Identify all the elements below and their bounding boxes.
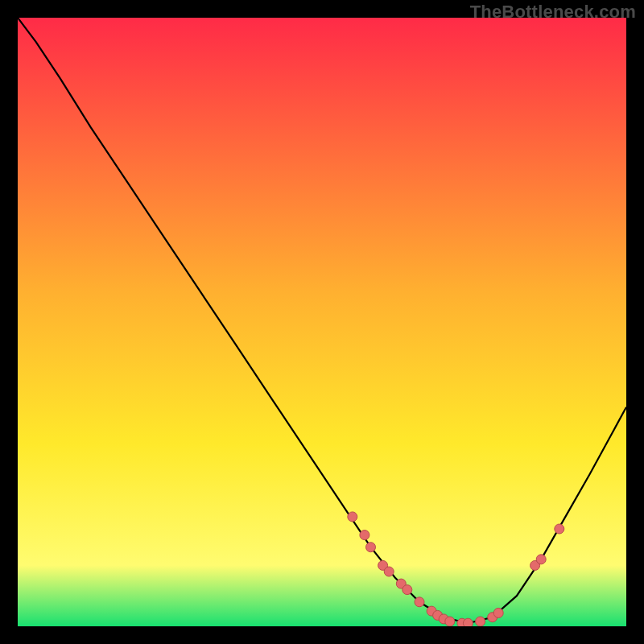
highlight-dot bbox=[366, 543, 376, 552]
highlight-dot bbox=[402, 585, 412, 595]
highlight-dot bbox=[384, 567, 394, 576]
bottleneck-chart bbox=[18, 18, 626, 626]
highlight-dot bbox=[555, 524, 564, 534]
highlight-dot bbox=[536, 555, 546, 564]
watermark-text: TheBottleneck.com bbox=[470, 2, 636, 23]
highlight-dot bbox=[463, 618, 473, 626]
highlight-dot bbox=[476, 617, 485, 626]
highlight-dot bbox=[360, 530, 369, 540]
highlight-dot bbox=[445, 617, 455, 626]
highlight-dot bbox=[415, 597, 424, 607]
highlight-dot bbox=[348, 512, 357, 522]
highlight-dot bbox=[493, 608, 503, 617]
gradient-background bbox=[18, 18, 626, 626]
